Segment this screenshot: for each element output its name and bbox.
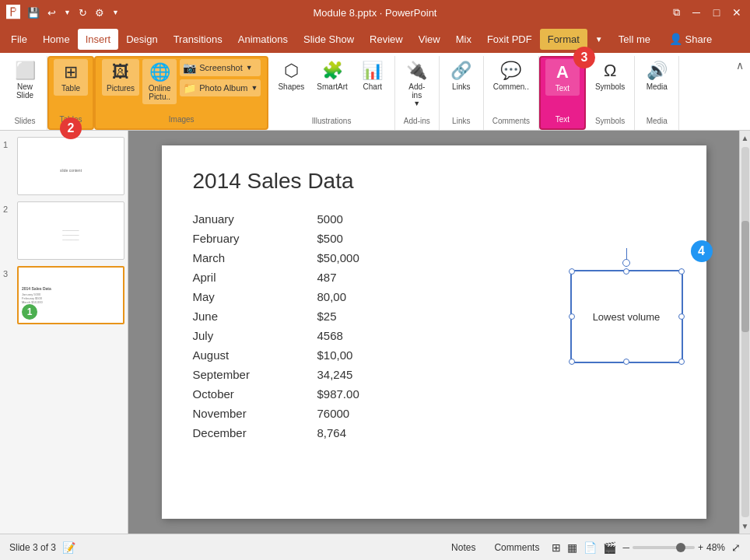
month-value: 5000	[317, 212, 343, 226]
slide-preview-3[interactable]: 1 2014 Sales Data January 5000February $…	[17, 266, 124, 324]
restore-button[interactable]: ⧉	[669, 5, 683, 19]
ribbon-group-text: 3 A Text Text	[539, 56, 586, 130]
slide-preview-2[interactable]: ──────────────────	[17, 201, 124, 260]
right-scrollbar: ▲ ▼	[739, 131, 750, 534]
online-pictures-icon: 🌐	[149, 62, 170, 82]
menu-review[interactable]: Review	[362, 29, 411, 50]
text-button[interactable]: A Text	[545, 59, 580, 96]
callout-box[interactable]: Lowest volume 4	[570, 270, 683, 363]
customize-button[interactable]: ⚙	[93, 5, 107, 20]
status-right: Notes Comments ⊞ ▦ 📄 🎬 ─ + 48% ⤢	[445, 541, 741, 555]
window-controls: ⧉ ─ □ ✕	[669, 5, 744, 19]
online-pictures-button[interactable]: 🌐 Online Pictu..	[142, 59, 177, 104]
media-button[interactable]: 🔊 Media	[640, 58, 674, 94]
zoom-thumb[interactable]	[676, 543, 685, 552]
table-button[interactable]: ⊞ Table	[54, 59, 88, 96]
menu-design[interactable]: Design	[118, 29, 165, 50]
minimize-button[interactable]: ─	[689, 5, 703, 19]
shapes-button[interactable]: ⬡ Shapes	[273, 58, 309, 94]
fit-slide-button[interactable]: ⤢	[731, 541, 741, 554]
close-button[interactable]: ✕	[730, 5, 744, 19]
menu-mix[interactable]: Mix	[448, 29, 479, 50]
new-slide-icon: ⬜	[15, 61, 36, 81]
zoom-in-button[interactable]: +	[698, 542, 703, 553]
rotation-handle[interactable]	[622, 248, 630, 267]
scroll-thumb[interactable]	[741, 221, 749, 332]
menu-share[interactable]: 👤 Share	[661, 28, 720, 50]
menu-transitions[interactable]: Transitions	[166, 29, 230, 50]
ribbon-collapse[interactable]: ∧	[733, 56, 747, 130]
comments-group-label: Comments	[492, 117, 530, 128]
slide-title: 2014 Sales Data	[193, 169, 675, 194]
view-reading-button[interactable]: 📄	[584, 541, 597, 554]
menu-tellme[interactable]: Tell me	[611, 29, 658, 50]
chart-button[interactable]: 📊 Chart	[356, 58, 390, 94]
notes-button[interactable]: Notes	[445, 541, 482, 555]
zoom-out-button[interactable]: ─	[622, 542, 629, 553]
collapse-icon[interactable]: ∧	[736, 59, 744, 72]
photo-album-button[interactable]: 📁 Photo Album ▼	[180, 79, 261, 96]
handle-tl[interactable]	[569, 268, 575, 275]
screenshot-icon: 📷	[183, 61, 196, 74]
addins-button[interactable]: 🔌 Add- ins ▼	[400, 58, 434, 110]
handle-mr[interactable]	[678, 313, 685, 320]
menu-file[interactable]: File	[3, 29, 35, 50]
pictures-icon: 🖼	[112, 62, 129, 82]
pictures-button[interactable]: 🖼 Pictures	[102, 59, 139, 96]
menu-dropdown[interactable]: ▼	[587, 30, 611, 48]
menu-animations[interactable]: Animations	[230, 29, 296, 50]
save-button[interactable]: 💾	[25, 5, 42, 20]
slide-preview-content-1: slide content	[18, 157, 124, 176]
ribbon-group-media: 🔊 Media Media	[635, 56, 679, 130]
slide-main: 2014 Sales Data January 5000 February $5…	[162, 145, 706, 519]
view-normal-button[interactable]: ⊞	[552, 541, 561, 554]
handle-tr[interactable]	[678, 268, 685, 275]
badge-2: 2	[60, 117, 82, 139]
slide-thumbnail-1[interactable]: 1 slide content	[3, 137, 124, 195]
scroll-track[interactable]	[741, 147, 749, 517]
comments-button-status[interactable]: Comments	[488, 541, 545, 555]
slide-preview-1[interactable]: slide content	[17, 137, 124, 195]
status-left: Slide 3 of 3 📝	[9, 541, 75, 554]
new-slide-button[interactable]: ⬜ New Slide	[8, 58, 42, 103]
menu-view[interactable]: View	[411, 29, 448, 50]
handle-br[interactable]	[678, 359, 685, 365]
comments-button[interactable]: 💬 Commen..	[489, 58, 534, 94]
redo-button[interactable]: ↻	[76, 5, 89, 20]
menu-home[interactable]: Home	[35, 29, 78, 50]
scroll-down-button[interactable]: ▼	[740, 520, 750, 532]
month-value: 80,00	[317, 290, 347, 303]
customize-dropdown[interactable]: ▼	[110, 7, 121, 18]
handle-bl[interactable]	[569, 359, 575, 365]
smartart-button[interactable]: 🧩 SmartArt	[312, 58, 352, 94]
screenshot-button[interactable]: 📷 Screenshot ▼	[180, 59, 261, 76]
slide-thumbnail-3[interactable]: 3 1 2014 Sales Data January 5000February…	[3, 266, 124, 324]
handle-bc[interactable]	[623, 359, 629, 365]
undo-button[interactable]: ↩	[45, 5, 58, 20]
links-button[interactable]: 🔗 Links	[444, 58, 478, 94]
view-slideshow-button[interactable]: ▦	[567, 541, 577, 554]
zoom-slider[interactable]	[633, 546, 695, 549]
handle-tc[interactable]	[623, 268, 629, 275]
menu-foxit[interactable]: Foxit PDF	[479, 29, 540, 50]
month-value: $25	[317, 310, 337, 323]
menu-insert[interactable]: Insert	[78, 29, 119, 50]
maximize-button[interactable]: □	[710, 5, 724, 19]
month-value: $500	[317, 232, 343, 245]
media-group-label: Media	[647, 117, 668, 128]
menu-format[interactable]: Format	[540, 29, 587, 50]
month-value: $10,00	[317, 348, 353, 362]
app-icon: 🅿	[6, 5, 20, 21]
scroll-up-button[interactable]: ▲	[740, 132, 750, 144]
undo-dropdown[interactable]: ▼	[61, 7, 73, 18]
slide-thumbnail-2[interactable]: 2 ──────────────────	[3, 201, 124, 260]
handle-ml[interactable]	[569, 313, 575, 320]
table-row: December 8,764	[193, 423, 675, 443]
month-value: 8,764	[317, 426, 347, 439]
month-label: January	[193, 212, 317, 226]
title-bar: 🅿 💾 ↩ ▼ ↻ ⚙ ▼ Module 8.pptx · PowerPoint…	[0, 0, 750, 25]
notes-icon-status[interactable]: 📝	[62, 541, 75, 554]
view-presenter-button[interactable]: 🎬	[603, 541, 616, 554]
symbols-button[interactable]: Ω Symbols	[591, 58, 629, 94]
menu-slideshow[interactable]: Slide Show	[296, 29, 362, 50]
